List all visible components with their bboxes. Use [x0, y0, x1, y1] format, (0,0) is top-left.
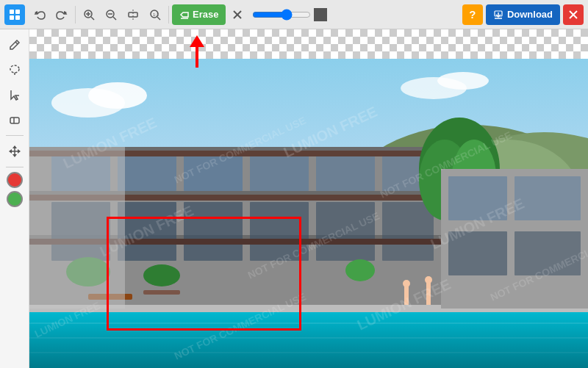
help-button[interactable]: ?	[462, 4, 483, 25]
scene-image: LUMION FREE NOT FOR COMMERCIAL USE LUMIO…	[29, 59, 588, 368]
zoom-100-button[interactable]: 1:1	[145, 4, 165, 25]
app-logo	[4, 4, 25, 25]
main-area: LUMION FREE NOT FOR COMMERCIAL USE LUMIO…	[0, 29, 588, 368]
redo-button[interactable]	[51, 4, 72, 25]
download-label: Download	[507, 9, 553, 20]
svg-rect-0	[10, 10, 14, 14]
svg-point-42	[88, 82, 147, 109]
transparent-area	[29, 29, 588, 59]
svg-rect-2	[10, 15, 14, 20]
zoom-fit-button[interactable]	[123, 4, 143, 25]
svg-point-44	[437, 72, 489, 90]
svg-line-12	[113, 17, 116, 20]
erase-button[interactable]: Erase	[172, 4, 226, 25]
svg-rect-53	[250, 154, 309, 191]
svg-rect-54	[316, 154, 375, 191]
svg-marker-33	[12, 145, 17, 148]
svg-marker-36	[18, 149, 21, 154]
main-toolbar: 1:1 Erase ? Download	[0, 0, 588, 29]
zoom-in-button[interactable]	[79, 4, 99, 25]
eraser-tool-button[interactable]	[4, 109, 26, 131]
undo-button[interactable]	[29, 4, 50, 25]
svg-line-16	[157, 17, 160, 20]
close-erase-button[interactable]	[227, 4, 248, 25]
separator-1	[75, 6, 76, 24]
svg-point-27	[10, 65, 19, 73]
separator-2	[168, 6, 169, 24]
left-separator-2	[6, 167, 24, 167]
background-color-picker[interactable]	[7, 191, 23, 207]
download-button[interactable]: Download	[486, 4, 560, 25]
canvas-area[interactable]: LUMION FREE NOT FOR COMMERCIAL USE LUMIO…	[29, 29, 588, 368]
svg-point-71	[345, 259, 375, 281]
pencil-tool-button[interactable]	[4, 34, 26, 56]
svg-line-9	[91, 17, 94, 20]
svg-point-78	[403, 280, 410, 287]
svg-rect-51	[118, 154, 176, 191]
zoom-out-button[interactable]	[101, 4, 121, 25]
svg-rect-99	[29, 147, 125, 309]
svg-rect-61	[382, 202, 434, 261]
svg-rect-29	[10, 118, 19, 123]
svg-rect-82	[143, 290, 180, 295]
svg-rect-1	[15, 10, 20, 14]
svg-rect-3	[15, 15, 20, 20]
erase-label: Erase	[193, 9, 218, 20]
brush-size-slider[interactable]	[252, 9, 311, 21]
close-app-button[interactable]	[563, 4, 584, 25]
svg-marker-34	[12, 154, 17, 157]
svg-rect-85	[514, 176, 581, 220]
slider-thumb-indicator	[314, 8, 327, 21]
foreground-color-picker[interactable]	[7, 172, 23, 188]
svg-point-70	[143, 264, 180, 286]
brush-size-slider-container	[252, 8, 327, 21]
right-toolbar: ? Download	[462, 4, 584, 25]
selection-tool-button[interactable]	[4, 84, 26, 106]
lasso-tool-button[interactable]	[4, 59, 26, 81]
svg-line-26	[15, 42, 18, 44]
left-separator-1	[6, 135, 24, 136]
move-tool-button[interactable]	[4, 140, 26, 162]
left-toolbar	[0, 29, 29, 368]
svg-text:1:1: 1:1	[153, 12, 159, 17]
svg-marker-35	[9, 149, 12, 154]
